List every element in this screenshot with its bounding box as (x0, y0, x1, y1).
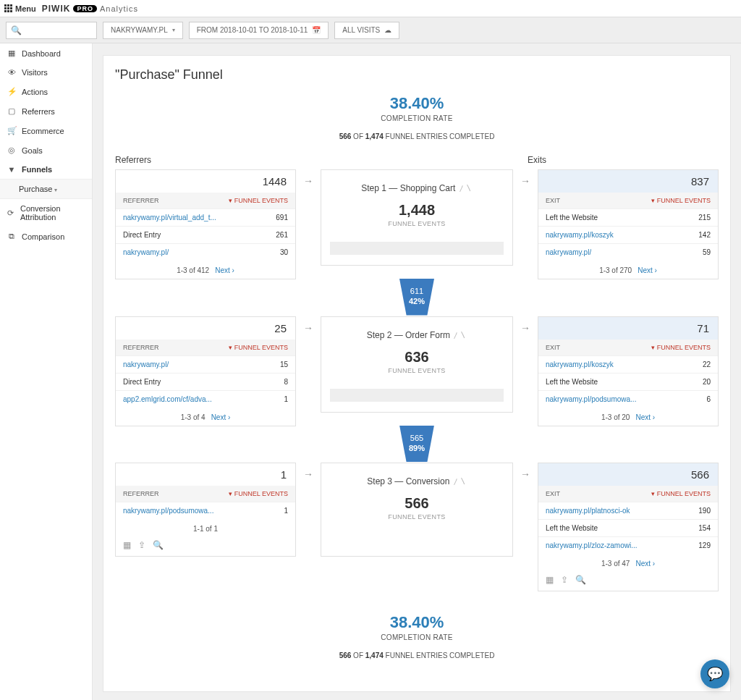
site-selector-label: NAKRYWAMY.PL (111, 26, 168, 34)
chat-widget[interactable]: 💬 (700, 659, 729, 688)
table-link[interactable]: nakrywamy.pl/zloz-zamowi... (546, 541, 638, 549)
next-button[interactable]: Next › (635, 560, 655, 568)
table-link[interactable]: nakrywamy.pl/platnosci-ok (546, 507, 630, 515)
search-icon: 🔍 (11, 25, 22, 35)
daterange-selector[interactable]: FROM 2018-10-01 TO 2018-10-11📅 (189, 22, 329, 39)
next-button[interactable]: Next › (211, 413, 231, 421)
nav-icon: ▦ (7, 49, 16, 58)
col-events[interactable]: ▾ FUNNEL EVENTS (229, 490, 288, 497)
exit-total: 837 (538, 170, 718, 193)
table-row: nakrywamy.pl/koszyk142 (538, 226, 718, 243)
table-icon[interactable]: ▦ (123, 540, 131, 550)
table-row: Left the Website154 (538, 519, 718, 536)
funnel-step-3: 1REFERRER▾ FUNNEL EVENTSnakrywamy.pl/pod… (103, 461, 730, 591)
nav-label: Ecommerce (22, 127, 64, 135)
next-button[interactable]: Next › (215, 266, 234, 274)
step-bar (330, 389, 504, 402)
table-link[interactable]: nakrywamy.pl/koszyk (546, 231, 614, 239)
table-link[interactable]: nakrywamy.pl/virtual_add_t... (123, 214, 216, 222)
row-value: 6 (706, 395, 711, 403)
col-label: EXIT (546, 344, 560, 351)
arrow-out: → (513, 169, 538, 187)
table-row: nakrywamy.pl/virtual_add_t...691 (116, 208, 295, 226)
col-events[interactable]: ▾ FUNNEL EVENTS (229, 197, 288, 204)
referrer-table-head: REFERRER▾ FUNNEL EVENTS (116, 193, 295, 208)
site-selector[interactable]: NAKRYWAMY.PL (103, 22, 183, 39)
sidebar-item-comparison[interactable]: ⧉Comparison (0, 227, 92, 246)
table-link[interactable]: nakrywamy.pl/podsumowa... (546, 395, 636, 403)
sidebar-item-goals[interactable]: ◎Goals (0, 140, 92, 160)
table-link[interactable]: nakrywamy.pl/ (123, 360, 169, 368)
nav-label: Comparison (22, 232, 64, 241)
sidebar-item-ecommerce[interactable]: 🛒Ecommerce (0, 121, 92, 140)
table-row: Direct Entry8 (116, 373, 295, 390)
row-value: 22 (703, 360, 711, 368)
sidebar-item-referrers[interactable]: ▢Referrers (0, 101, 92, 121)
search-icon[interactable]: 🔍 (153, 540, 164, 550)
row-value: 190 (698, 507, 711, 515)
table-link[interactable]: nakrywamy.pl/ (123, 248, 169, 256)
exit-card: 566EXIT▾ FUNNEL EVENTSnakrywamy.pl/platn… (538, 463, 719, 591)
segment-selector[interactable]: ALL VISITS☁ (334, 22, 399, 39)
nav-label: Goals (22, 146, 43, 155)
sidebar-item-conversion-attribution[interactable]: ⟳Conversion Attribution (0, 199, 92, 227)
export-icon[interactable]: ⇪ (138, 540, 145, 550)
col-events[interactable]: ▾ FUNNEL EVENTS (229, 344, 288, 351)
funnel-connector: 56589% (103, 426, 730, 463)
brand-subtitle: Analytics (100, 4, 138, 13)
row-value: 1 (284, 507, 288, 515)
table-link[interactable]: nakrywamy.pl/podsumowa... (123, 507, 213, 515)
next-button[interactable]: Next › (635, 413, 655, 421)
sidebar-sub-purchase[interactable]: Purchase (0, 179, 92, 199)
exit-card: 837EXIT▾ FUNNEL EVENTSLeft the Website21… (538, 169, 719, 279)
main-content: "Purchase" Funnel 38.40% COMPLETION RATE… (93, 43, 741, 700)
step-name: Step 2 — Order Form 〳〵 (330, 330, 504, 340)
arrow-in: → (296, 316, 321, 334)
entries-total: 1,474 (365, 132, 384, 140)
exit-pagination: 1-3 of 47Next › (538, 554, 718, 572)
arrow-in: → (296, 463, 321, 480)
col-events[interactable]: ▾ FUNNEL EVENTS (651, 490, 711, 497)
sidebar-item-dashboard[interactable]: ▦Dashboard (0, 43, 92, 63)
entries-tail: FUNNEL ENTRIES COMPLETED (386, 132, 495, 140)
row-value: 142 (698, 231, 711, 239)
table-link[interactable]: app2.emlgrid.com/cf/adva... (123, 395, 212, 403)
exit-table-head: EXIT▾ FUNNEL EVENTS (538, 340, 718, 355)
table-link[interactable]: nakrywamy.pl/ (546, 248, 591, 256)
table-link[interactable]: nakrywamy.pl/koszyk (546, 360, 614, 368)
step-name: Step 3 — Conversion 〳〵 (330, 476, 504, 486)
exit-table-head: EXIT▾ FUNNEL EVENTS (538, 193, 718, 208)
col-label: REFERRER (123, 490, 159, 497)
next-button[interactable]: Next › (638, 266, 657, 274)
table-row: nakrywamy.pl/koszyk22 (538, 355, 718, 373)
search-icon[interactable]: 🔍 (575, 575, 586, 585)
filter-bar: 🔍 NAKRYWAMY.PL FROM 2018-10-01 TO 2018-1… (0, 17, 741, 43)
step-count: 1,448 (330, 202, 504, 219)
brand: PIWIK PRO Analytics (42, 4, 138, 14)
nav-icon: ⧉ (7, 232, 16, 241)
export-icon[interactable]: ⇪ (561, 575, 568, 585)
col-events[interactable]: ▾ FUNNEL EVENTS (651, 197, 711, 204)
exit-pagination: 1-3 of 20Next › (538, 408, 718, 426)
sidebar: ▦Dashboard👁Visitors⚡Actions▢Referrers🛒Ec… (0, 43, 93, 700)
table-row: Direct Entry261 (116, 226, 295, 243)
topbar: Menu PIWIK PRO Analytics (0, 0, 741, 17)
col-label: REFERRER (123, 197, 159, 204)
nav-icon: ⚡ (7, 87, 16, 96)
brand-pro-badge: PRO (73, 5, 97, 12)
nav-icon: ⟳ (7, 208, 14, 218)
search-input[interactable]: 🔍 (6, 22, 97, 39)
summary-top: 38.40% COMPLETION RATE 566 OF 1,474 FUNN… (103, 90, 730, 155)
funnel-panel: "Purchase" Funnel 38.40% COMPLETION RATE… (103, 55, 731, 692)
row-value: 30 (280, 248, 288, 256)
row-value: 15 (280, 360, 288, 368)
menu-button[interactable]: Menu (4, 4, 36, 13)
row-value: 1 (284, 395, 288, 403)
col-events[interactable]: ▾ FUNNEL EVENTS (651, 344, 711, 351)
cloud-icon: ☁ (384, 26, 391, 34)
table-icon[interactable]: ▦ (546, 575, 554, 585)
sidebar-item-visitors[interactable]: 👁Visitors (0, 63, 92, 82)
sidebar-item-funnels[interactable]: ▼Funnels (0, 160, 92, 179)
nav-icon: ◎ (7, 146, 16, 155)
sidebar-item-actions[interactable]: ⚡Actions (0, 82, 92, 101)
